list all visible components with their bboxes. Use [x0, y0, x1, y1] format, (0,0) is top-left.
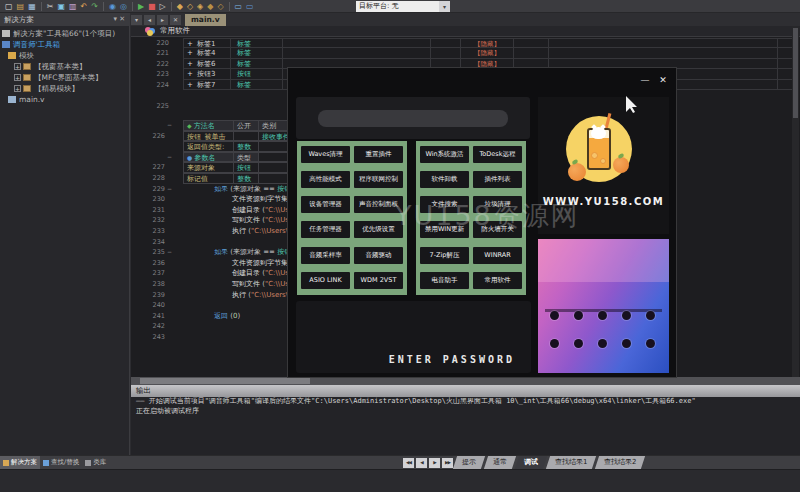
toolbox-button[interactable]: 常用软件 [473, 272, 522, 289]
build-5-icon[interactable]: ◇ [217, 2, 223, 11]
tab-nav-button-1[interactable]: ◂ [144, 15, 155, 25]
fold-marker[interactable]: − [165, 184, 174, 195]
toolbox-button[interactable]: Win系统激活 [420, 146, 469, 163]
panel-tab-0[interactable]: 提示 [453, 456, 485, 469]
knob-icon [598, 311, 607, 320]
toolbox-button[interactable]: 重置插件 [354, 146, 403, 163]
cut-icon[interactable]: ✂ [47, 2, 54, 11]
tree-item[interactable]: +【视窗基本类】 [0, 61, 129, 72]
close-panel-icon[interactable]: ✕ [119, 15, 127, 23]
run-icon[interactable]: ▶ [138, 2, 144, 11]
component-name-cell[interactable]: +标签4 [183, 48, 230, 59]
tab-nav-button-3[interactable]: ✕ [170, 15, 181, 25]
search-icon[interactable]: ◉ [109, 2, 116, 11]
horizontal-scrollbar-thumb[interactable] [140, 378, 310, 384]
panel-tab-2[interactable]: 调试 [515, 456, 547, 469]
build-3-icon[interactable]: ◈ [197, 2, 203, 11]
tab-nav-button-0[interactable]: ▾ [131, 15, 142, 25]
toolbox-button[interactable]: 设备管理器 [301, 196, 350, 213]
undo-icon[interactable]: ↶ [81, 2, 88, 11]
stop-icon[interactable]: ■ [148, 2, 156, 11]
expander-icon[interactable]: + [187, 70, 193, 78]
expander-icon[interactable]: + [14, 63, 21, 70]
left-tab-0[interactable]: 解决方案 [0, 456, 40, 469]
left-tab-1[interactable]: 查找/替换 [40, 456, 82, 469]
component-name-cell[interactable]: +标签7 [183, 80, 230, 91]
tab-nav-buttons: ◀◀◀▶▶▶ [403, 458, 455, 468]
tree-item[interactable]: 模块 [0, 50, 129, 61]
toolbox-button[interactable]: ASIO LINK [301, 272, 350, 289]
close-button[interactable]: ✕ [656, 74, 670, 86]
tree-item[interactable]: main.v [0, 94, 129, 105]
expander-icon[interactable]: + [14, 85, 21, 92]
save-icon[interactable]: ▦ [28, 2, 36, 11]
toolbox-button[interactable]: 7-Zip解压 [420, 247, 469, 264]
expander-icon[interactable]: + [187, 49, 193, 57]
expander-icon[interactable]: + [14, 74, 21, 81]
panel-nav-button-2[interactable]: ▶ [429, 458, 440, 468]
toolbox-button[interactable]: 软件卸载 [420, 171, 469, 188]
redo-icon[interactable]: ↷ [91, 2, 98, 11]
target-platform-combo[interactable]: 目标平台: 无 ▾ [356, 1, 450, 12]
step-icon[interactable]: ▷ [160, 2, 166, 11]
tree-item[interactable]: 解决方案"工具箱66"(1个项目) [0, 28, 129, 39]
line-number: 237 [131, 268, 165, 279]
tab-main-v[interactable]: main.v [185, 14, 226, 26]
vertical-scrollbar[interactable] [792, 26, 799, 377]
component-empty-cell [282, 38, 430, 49]
toolbox-button[interactable]: 程序联网控制 [354, 171, 403, 188]
left-tab-2[interactable]: 类库 [82, 456, 109, 469]
expander-icon[interactable]: + [187, 60, 193, 68]
tab-nav-button-2[interactable]: ▸ [157, 15, 168, 25]
panel-nav-button-3[interactable]: ▶▶ [442, 458, 453, 468]
section-title: 常用软件 [160, 26, 190, 36]
window-2-icon[interactable]: ▭ [246, 2, 254, 11]
tree-item[interactable]: 调音师'工具箱 [0, 39, 129, 50]
fold-marker[interactable]: − [165, 152, 174, 163]
chevron-down-icon[interactable]: ▾ [439, 1, 450, 12]
toolbox-button[interactable]: ToDesk远程 [473, 146, 522, 163]
toolbox-button[interactable]: 任务管理器 [301, 221, 350, 238]
fold-marker [165, 321, 174, 332]
toolbox-button[interactable]: Waves清理 [301, 146, 350, 163]
minimize-button[interactable]: — [638, 74, 652, 86]
toolbox-button[interactable]: 插件列表 [473, 171, 522, 188]
copy-icon[interactable]: ▣ [57, 2, 65, 11]
component-empty-cell [282, 48, 430, 59]
panel-tab-3[interactable]: 查找结果1 [546, 456, 597, 469]
toolbox-button[interactable]: WDM 2VST [354, 272, 403, 289]
bottom-tabs: 提示通常调试查找结果1查找结果2 [455, 456, 647, 469]
vertical-scrollbar-thumb[interactable] [793, 28, 798, 118]
tree-item[interactable]: +【精易模块】 [0, 83, 129, 94]
panel-nav-button-0[interactable]: ◀◀ [403, 458, 414, 468]
toolbox-button[interactable]: 高性能模式 [301, 171, 350, 188]
toolbox-button[interactable]: 音频驱动 [354, 247, 403, 264]
open-icon[interactable]: ▤ [17, 2, 25, 11]
panel-nav-button-1[interactable]: ◀ [416, 458, 427, 468]
build-4-icon[interactable]: ◆ [207, 2, 213, 11]
new-icon[interactable]: ▢ [5, 2, 13, 11]
line-number: 232 [131, 215, 165, 226]
paste-icon[interactable]: ▥ [69, 2, 77, 11]
toolbox-button[interactable]: 电音助手 [420, 272, 469, 289]
panel-tab-1[interactable]: 通常 [484, 456, 516, 469]
toolbox-button[interactable]: 音频采样率 [301, 247, 350, 264]
build-1-icon[interactable]: ◆ [177, 2, 183, 11]
settings-icon[interactable]: ◎ [120, 2, 127, 11]
component-name-cell[interactable]: +标签1 [183, 38, 230, 49]
component-name-cell[interactable]: +标签6 [183, 59, 230, 70]
expander-icon[interactable]: + [187, 40, 193, 48]
toolbox-button[interactable]: WINRAR [473, 247, 522, 264]
panel-tab-4[interactable]: 查找结果2 [595, 456, 646, 469]
password-input[interactable] [318, 110, 508, 127]
window-1-icon[interactable]: ▭ [235, 2, 243, 11]
tree-item[interactable]: +【MFC界面基本类】 [0, 72, 129, 83]
fold-marker[interactable]: − [165, 247, 174, 258]
horizontal-scrollbar[interactable] [131, 377, 800, 385]
expander-icon[interactable]: + [187, 81, 193, 89]
fold-marker[interactable]: − [165, 120, 174, 131]
line-number: 231 [131, 205, 165, 216]
component-name-cell[interactable]: +按钮3 [183, 69, 230, 80]
output-title: 输出 [136, 386, 151, 395]
build-2-icon[interactable]: ◇ [187, 2, 193, 11]
